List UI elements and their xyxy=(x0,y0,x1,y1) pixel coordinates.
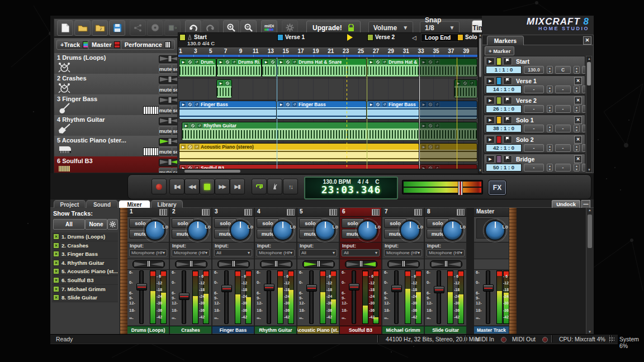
clip-play-icon[interactable]: ▶ xyxy=(181,102,186,107)
clip-loop-icon[interactable]: ↺ xyxy=(434,144,440,150)
close-icon[interactable]: ✕ xyxy=(574,77,582,85)
ruler-marker-flag[interactable]: Verse 1 xyxy=(277,34,305,40)
marker-play-button[interactable]: ▶ xyxy=(486,116,495,124)
close-icon[interactable]: ✕ xyxy=(574,97,582,104)
volume-fader[interactable] xyxy=(437,270,441,324)
solo-button[interactable]: solo xyxy=(172,168,178,173)
marker-time-field[interactable]: 50 : 1 : 0 xyxy=(486,164,522,172)
show-track-item[interactable]: ✕3. Finger Bass xyxy=(52,250,118,259)
eq-button[interactable] xyxy=(202,209,210,216)
track-pan-slider[interactable] xyxy=(159,159,178,166)
pan-slider[interactable] xyxy=(302,260,335,268)
fader-handle[interactable] xyxy=(179,293,190,300)
checkbox-checked-icon[interactable]: ✕ xyxy=(53,277,59,283)
mute-button[interactable]: mute xyxy=(159,147,172,156)
mute-button[interactable]: mute xyxy=(159,106,172,115)
clip-mute-icon[interactable] xyxy=(428,123,433,128)
marker-signature-field[interactable]: - | - xyxy=(582,144,585,152)
clip-mute-icon[interactable] xyxy=(187,59,193,65)
clip-mute-icon[interactable] xyxy=(462,80,468,86)
volume-fader[interactable] xyxy=(182,270,186,324)
audio-clip[interactable]: ▶↺Rhythm Guitar xyxy=(182,122,419,141)
record-button[interactable] xyxy=(151,179,167,194)
scroll-up-icon[interactable]: ▲ xyxy=(588,208,591,212)
pan-handle[interactable] xyxy=(148,261,150,266)
fader-handle[interactable] xyxy=(264,284,274,291)
eq-button[interactable] xyxy=(414,209,422,216)
audio-clip[interactable]: ▶↺ xyxy=(419,58,477,77)
input-dropdown[interactable]: Microphone (HP...▾ xyxy=(427,249,465,256)
marker-flag-button[interactable] xyxy=(503,58,512,65)
show-track-item[interactable]: ✕2. Crashes xyxy=(52,241,118,250)
pan-slider[interactable] xyxy=(175,260,207,268)
clip-loop-icon[interactable]: ↺ xyxy=(434,59,440,65)
tab-mixer[interactable]: Mixer xyxy=(119,200,150,208)
pan-handle[interactable] xyxy=(275,261,277,266)
show-track-item[interactable]: ✕7. Michael Grimm xyxy=(52,285,118,294)
clip-mute-icon[interactable] xyxy=(375,102,381,107)
clip-mute-icon[interactable] xyxy=(375,59,381,65)
track-pan-slider[interactable] xyxy=(159,117,178,125)
marker-color-chip[interactable] xyxy=(496,97,501,104)
clip-arrange-area[interactable]: ▶↺Drum...▶↺Drums Ri...▶Dru...▶↺Drums Hat… xyxy=(178,58,478,173)
pan-handle[interactable] xyxy=(190,261,192,266)
volume-fader[interactable] xyxy=(486,270,490,324)
ruler-marker-flag[interactable]: Verse 2 xyxy=(367,34,395,40)
new-project-icon[interactable] xyxy=(57,20,73,36)
marker-flag-button[interactable] xyxy=(503,77,512,85)
show-track-item[interactable]: ✕8. Slide Guitar xyxy=(52,293,118,302)
solo-button[interactable]: solo xyxy=(172,147,178,156)
clip-play-icon[interactable]: ▶ xyxy=(278,102,284,107)
clip-loop-icon[interactable]: ↺ xyxy=(194,102,200,107)
clip-loop-icon[interactable]: ↺ xyxy=(194,59,200,65)
clip-loop-icon[interactable]: ↺ xyxy=(382,102,387,107)
marker-key-field[interactable]: - xyxy=(555,105,571,113)
pan-slider[interactable] xyxy=(260,260,292,268)
audio-clip[interactable]: ▶↺ xyxy=(419,143,477,162)
clip-play-icon[interactable]: ▶ xyxy=(368,102,374,107)
clip-play-icon[interactable]: ▶ xyxy=(421,59,427,65)
resize-grip-icon[interactable] xyxy=(609,337,614,342)
spinner-icon[interactable]: ▲▼ xyxy=(547,164,553,172)
markers-scroll-thumb[interactable] xyxy=(587,62,591,85)
marker-key-field[interactable]: - xyxy=(555,164,571,172)
marker-flag-button[interactable] xyxy=(503,155,512,163)
track-header[interactable]: 1 Drums (Loops)mutesolofxarm▾ xyxy=(54,53,178,74)
clip-play-icon[interactable]: ▶ xyxy=(421,123,427,128)
pan-handle[interactable] xyxy=(169,139,171,144)
clip-play-icon[interactable]: ▶ xyxy=(263,59,269,65)
master-volume-meter[interactable] xyxy=(402,180,483,194)
volume-fader[interactable] xyxy=(224,270,229,324)
burn-cd-icon[interactable] xyxy=(147,20,163,36)
clip-mute-icon[interactable] xyxy=(225,80,230,86)
channel-strip[interactable]: 8solomuteLoInput:Microphone (HP...▾6-0-6… xyxy=(425,208,467,334)
marker-tempo-field[interactable]: - xyxy=(524,125,544,132)
marker-tempo-field[interactable]: 130.0 xyxy=(524,66,544,74)
save-icon[interactable] xyxy=(109,20,125,36)
marker-signature-field[interactable]: - | - xyxy=(582,105,585,113)
eq-lo-knob[interactable] xyxy=(400,220,420,241)
eq-lo-knob[interactable] xyxy=(187,220,208,241)
clip-play-icon[interactable]: ▶ xyxy=(218,59,224,65)
start-marker-flag[interactable]: Start xyxy=(179,34,207,40)
marker-row[interactable]: ▶Solo 1✕38 : 1 : 0-▲▼-▲▼- | - xyxy=(484,115,585,134)
mute-button[interactable]: mute xyxy=(159,85,172,94)
track-header[interactable]: 4 Rhythm Guitarmutesolofxarm▾ xyxy=(54,115,178,136)
spinner-icon[interactable]: ▲▼ xyxy=(547,85,553,93)
eq-lo-knob[interactable] xyxy=(357,220,378,241)
track-lane[interactable]: ▶↺Rhythm Guitar▶↺ xyxy=(178,121,478,142)
clip-loop-icon[interactable]: ↺ xyxy=(292,102,297,107)
clip-play-icon[interactable]: ▶ xyxy=(368,59,374,65)
master-track-button[interactable]: Master xyxy=(88,40,124,50)
spinner-icon[interactable]: ▲▼ xyxy=(574,144,580,152)
marker-play-button[interactable]: ▶ xyxy=(486,77,495,85)
rewind-button[interactable]: ◀◀ xyxy=(184,179,200,194)
channel-strip[interactable]: 4solomuteLoInput:Microphone (HP...▾6-0-6… xyxy=(255,208,297,334)
marker-key-field[interactable]: C xyxy=(555,66,571,74)
checkbox-checked-icon[interactable]: ✕ xyxy=(53,242,59,249)
marker-tempo-field[interactable]: - xyxy=(524,105,544,113)
spinner-icon[interactable]: ▲▼ xyxy=(547,144,553,152)
open-project-icon[interactable] xyxy=(74,20,91,36)
track-header[interactable]: 5 Acoustic Piano (ster...mutesolofxarm▾ xyxy=(54,136,178,157)
checkbox-checked-icon[interactable]: ✕ xyxy=(53,234,59,240)
